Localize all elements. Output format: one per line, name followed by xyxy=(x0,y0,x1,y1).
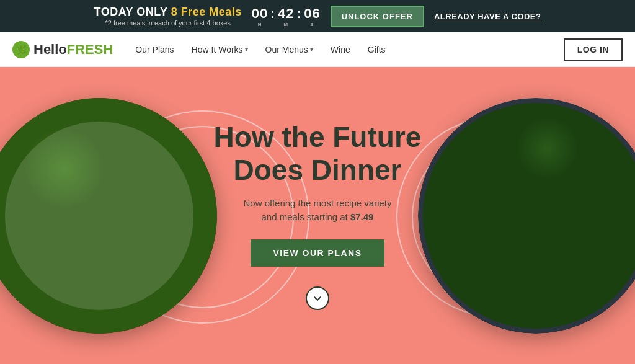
scroll-down-button[interactable] xyxy=(306,286,329,310)
countdown-seconds: 06 S xyxy=(304,6,320,27)
promo-banner: TODAY ONLY 8 Free Meals *2 free meals in… xyxy=(0,0,635,32)
logo-fresh: FRESH xyxy=(67,42,113,57)
countdown-sep-2: : xyxy=(297,7,302,26)
how-it-works-chevron: ▾ xyxy=(245,46,248,53)
countdown-hours: 00 H xyxy=(252,6,268,27)
nav-item-gifts[interactable]: Gifts xyxy=(360,40,393,60)
banner-subtitle: *2 free meals in each of your first 4 bo… xyxy=(105,19,231,27)
navbar: 🌿 HelloFRESH Our Plans How It Works ▾ Ou… xyxy=(0,32,635,67)
nav-item-how-it-works[interactable]: How It Works ▾ xyxy=(184,40,255,60)
have-code-link[interactable]: ALREADY HAVE A CODE? xyxy=(434,12,541,21)
countdown-sep-1: : xyxy=(270,7,275,26)
hero-section: How the Future Does Dinner Now offering … xyxy=(0,67,635,364)
hero-content: How the Future Does Dinner Now offering … xyxy=(214,121,422,310)
nav-item-our-plans[interactable]: Our Plans xyxy=(128,40,181,60)
banner-headline: TODAY ONLY 8 Free Meals xyxy=(94,6,242,19)
banner-prefix: TODAY ONLY xyxy=(94,6,168,18)
logo-leaf-icon: 🌿 xyxy=(16,45,27,55)
logo-hello: Hello xyxy=(33,42,67,57)
view-plans-button[interactable]: VIEW OUR PLANS xyxy=(251,239,384,267)
countdown-minutes: 42 M xyxy=(278,6,294,27)
logo-text: HelloFRESH xyxy=(33,42,113,58)
banner-offer: 8 Free Meals xyxy=(171,6,242,18)
nav-item-wine[interactable]: Wine xyxy=(323,40,358,60)
chevron-down-icon xyxy=(313,294,322,303)
countdown-timer: 00 H : 42 M : 06 S xyxy=(252,6,321,27)
nav-item-our-menus[interactable]: Our Menus ▾ xyxy=(258,40,321,60)
login-button[interactable]: LOG IN xyxy=(564,38,623,61)
banner-offer-text: TODAY ONLY 8 Free Meals *2 free meals in… xyxy=(94,6,242,27)
hero-subtitle: Now offering the most recipe variety and… xyxy=(214,197,422,224)
unlock-offer-button[interactable]: UNLOCK OFFER xyxy=(331,6,424,27)
logo[interactable]: 🌿 HelloFRESH xyxy=(12,41,113,58)
hero-title: How the Future Does Dinner xyxy=(214,121,422,187)
logo-icon: 🌿 xyxy=(12,41,30,58)
our-menus-chevron: ▾ xyxy=(310,46,313,53)
nav-links: Our Plans How It Works ▾ Our Menus ▾ Win… xyxy=(128,40,563,60)
